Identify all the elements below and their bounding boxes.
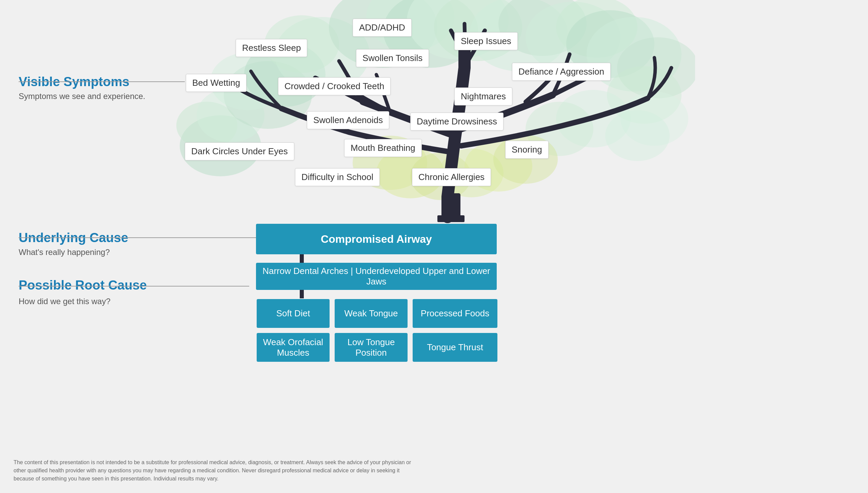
- symptom-label-nightmares: Nightmares: [454, 87, 512, 105]
- symptom-label-mouth-breathing: Mouth Breathing: [344, 139, 422, 157]
- symptom-label-swollen-adenoids: Swollen Adenoids: [307, 111, 389, 129]
- possible-root-cause-title: Possible Root Cause: [19, 278, 147, 293]
- symptom-label-add-adhd: ADD/ADHD: [353, 19, 412, 37]
- connector-bar-2: [300, 290, 304, 298]
- symptom-label-chronic-allergies: Chronic Allergies: [412, 168, 491, 186]
- visible-symptoms-subtitle: Symptoms we see and experience.: [19, 92, 145, 101]
- root-box-soft-diet: Soft Diet: [257, 299, 330, 328]
- root-box-weak-tongue: Weak Tongue: [335, 299, 408, 328]
- narrow-dental-box: Narrow Dental Arches | Underdeveloped Up…: [256, 263, 497, 290]
- symptom-label-snoring: Snoring: [505, 141, 549, 159]
- symptom-label-sleep-issues: Sleep Issues: [454, 32, 518, 50]
- symptom-label-dark-circles: Dark Circles Under Eyes: [185, 142, 294, 160]
- root-box-weak-orofacial: Weak Orofacial Muscles: [257, 333, 330, 362]
- disclaimer-text: The content of this presentation is not …: [14, 458, 420, 483]
- symptom-label-bed-wetting: Bed Wetting: [186, 74, 246, 92]
- symptom-label-daytime-drowsiness: Daytime Drowsiness: [410, 113, 504, 131]
- root-box-low-tongue: Low Tongue Position: [335, 333, 408, 362]
- svg-rect-32: [437, 215, 465, 222]
- symptom-label-crowded-teeth: Crowded / Crooked Teeth: [278, 77, 391, 95]
- root-box-processed-foods: Processed Foods: [413, 299, 497, 328]
- possible-root-cause-subtitle: How did we get this way?: [19, 297, 111, 306]
- compromised-airway-box: Compromised Airway: [256, 224, 497, 254]
- symptom-label-difficulty-school: Difficulty in School: [295, 168, 380, 186]
- root-box-tongue-thrust: Tongue Thrust: [413, 333, 497, 362]
- underlying-cause-subtitle: What's really happening?: [19, 248, 110, 257]
- symptom-label-defiance-aggression: Defiance / Aggression: [512, 63, 611, 81]
- connector-bar-1: [300, 254, 304, 263]
- symptom-label-swollen-tonsils: Swollen Tonsils: [356, 49, 429, 67]
- symptom-label-restless-sleep: Restless Sleep: [236, 39, 307, 57]
